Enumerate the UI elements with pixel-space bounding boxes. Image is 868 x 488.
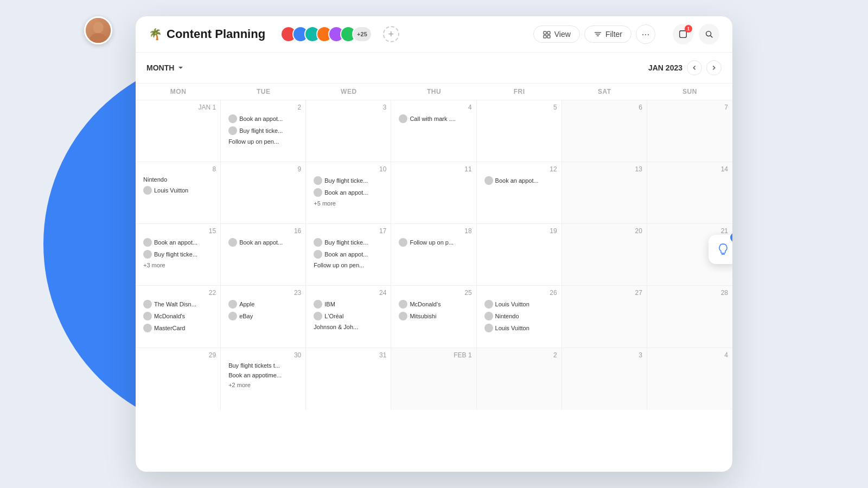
day-jan9[interactable]: 9	[221, 162, 306, 223]
event[interactable]: Follow up on pen...	[310, 261, 386, 269]
day-header-sun: SUN	[647, 84, 732, 100]
add-member-button[interactable]: +	[383, 26, 399, 42]
day-number: 2	[225, 104, 301, 111]
next-month-button[interactable]	[706, 60, 722, 75]
more-events-link[interactable]: +5 more	[310, 199, 386, 208]
event-label: McDonald's	[410, 301, 441, 307]
event[interactable]: Mitsubishi	[395, 311, 471, 322]
calendar-header: MON TUE WED THU FRI SAT SUN	[136, 84, 732, 100]
day-jan2[interactable]: 2 Book an appot... Buy flight ticke... F…	[221, 100, 306, 162]
app-title-area: 🌴 Content Planning	[149, 27, 265, 41]
day-jan13[interactable]: 13	[562, 162, 647, 223]
day-jan4[interactable]: 4 Call with mark ....	[391, 100, 476, 162]
day-jan8[interactable]: 8 Nintendo Louis Vuitton	[136, 162, 221, 223]
event[interactable]: Buy flight ticke...	[225, 125, 301, 136]
filter-button[interactable]: Filter	[584, 25, 631, 43]
more-events-link[interactable]: +2 more	[225, 381, 301, 389]
notifications-button[interactable]: 1	[673, 24, 693, 44]
event[interactable]: Nintendo	[140, 175, 216, 184]
search-button[interactable]	[699, 24, 719, 44]
event[interactable]: L'Oréal	[310, 311, 386, 322]
day-feb4[interactable]: 4	[647, 348, 732, 410]
event[interactable]: Apple	[225, 299, 301, 310]
day-jan18[interactable]: 18 Follow up on p...	[391, 224, 476, 285]
event-label: Follow up on p...	[410, 239, 454, 246]
day-number: 28	[652, 289, 728, 297]
event[interactable]: Follow up on pen...	[225, 137, 301, 146]
day-jan20[interactable]: 20	[562, 224, 647, 285]
event[interactable]: Louis Vuitton	[140, 185, 216, 196]
day-number: 13	[566, 165, 642, 173]
event[interactable]: Book an appot...	[140, 237, 216, 248]
calendar-week-3: 15 Book an appot... Buy flight ticke... …	[136, 224, 732, 286]
event[interactable]: McDonald's	[140, 311, 216, 322]
day-feb3[interactable]: 3	[562, 348, 647, 410]
event[interactable]: Book an appot...	[225, 113, 301, 124]
event[interactable]: Book an appotime...	[225, 371, 301, 380]
day-jan6[interactable]: 6	[562, 100, 647, 162]
event-label: Nintendo	[495, 313, 519, 319]
more-events-link[interactable]: +3 more	[140, 261, 216, 269]
day-feb1[interactable]: FEB 1	[391, 348, 476, 410]
event-avatar	[484, 176, 493, 185]
day-number: 17	[310, 227, 386, 235]
event[interactable]: Book an appot...	[310, 249, 386, 260]
month-selector[interactable]: MONTH	[146, 63, 184, 72]
day-jan23[interactable]: 23 Apple eBay	[221, 286, 306, 347]
day-number: 10	[310, 165, 386, 173]
event[interactable]: Buy flight ticke...	[310, 175, 386, 186]
event-avatar	[314, 176, 322, 185]
event[interactable]: Louis Vuitton	[481, 323, 557, 333]
event-label: L'Oréal	[324, 313, 343, 319]
day-jan27[interactable]: 27	[562, 286, 647, 347]
day-jan5[interactable]: 5	[477, 100, 562, 162]
day-jan22[interactable]: 22 The Walt Disn... McDonald's MasterCar…	[136, 286, 221, 347]
event[interactable]: McDonald's	[395, 299, 471, 310]
day-jan3[interactable]: 3	[306, 100, 391, 162]
main-window: 🌴 Content Planning +25 + View	[136, 16, 732, 472]
day-jan26[interactable]: 26 Louis Vuitton Nintendo Louis Vuitton	[477, 286, 562, 347]
more-options-button[interactable]: ···	[636, 24, 655, 44]
event[interactable]: Follow up on p...	[395, 237, 471, 248]
svg-point-0	[93, 22, 103, 33]
day-jan12[interactable]: 12 Book an appot...	[477, 162, 562, 223]
event[interactable]: Nintendo	[481, 311, 557, 322]
event[interactable]: The Walt Disn...	[140, 299, 216, 310]
event-avatar	[143, 324, 152, 332]
day-jan24[interactable]: 24 IBM L'Oréal Johnson & Joh...	[306, 286, 391, 347]
day-feb2[interactable]: 2	[477, 348, 562, 410]
day-jan10[interactable]: 10 Buy flight ticke... Book an appot... …	[306, 162, 391, 223]
day-jan17[interactable]: 17 Buy flight ticke... Book an appot... …	[306, 224, 391, 285]
day-jan1[interactable]: JAN 1	[136, 100, 221, 162]
day-number: 12	[481, 165, 557, 173]
day-jan29[interactable]: 29	[136, 348, 221, 410]
event[interactable]: Buy flight ticke...	[310, 237, 386, 248]
event[interactable]: Louis Vuitton	[481, 299, 557, 310]
day-jan16[interactable]: 16 Book an appot...	[221, 224, 306, 285]
event[interactable]: eBay	[225, 311, 301, 322]
user-avatar[interactable]	[84, 16, 112, 44]
event[interactable]: IBM	[310, 299, 386, 310]
event[interactable]: MasterCard	[140, 323, 216, 333]
day-jan30[interactable]: 30 Buy flight tickets t... Book an appot…	[221, 348, 306, 410]
event[interactable]: Book an appot...	[225, 237, 301, 248]
event[interactable]: Book an appot...	[481, 175, 557, 186]
event-label: Louis Vuitton	[495, 301, 529, 307]
event[interactable]: Book an appot...	[310, 187, 386, 198]
day-jan25[interactable]: 25 McDonald's Mitsubishi	[391, 286, 476, 347]
day-jan31[interactable]: 31	[306, 348, 391, 410]
prev-month-button[interactable]	[687, 60, 702, 75]
view-button[interactable]: View	[533, 25, 580, 43]
event[interactable]: Buy flight ticke...	[140, 249, 216, 260]
day-jan11[interactable]: 11	[391, 162, 476, 223]
day-jan19[interactable]: 19	[477, 224, 562, 285]
event-label: eBay	[239, 313, 253, 319]
ideas-widget[interactable]: 12	[709, 235, 732, 264]
event[interactable]: Buy flight tickets t...	[225, 361, 301, 370]
event[interactable]: Johnson & Joh...	[310, 323, 386, 331]
day-jan14[interactable]: 14	[647, 162, 732, 223]
day-jan15[interactable]: 15 Book an appot... Buy flight ticke... …	[136, 224, 221, 285]
event[interactable]: Call with mark ....	[395, 113, 471, 124]
day-jan28[interactable]: 28	[647, 286, 732, 347]
day-jan7[interactable]: 7	[647, 100, 732, 162]
